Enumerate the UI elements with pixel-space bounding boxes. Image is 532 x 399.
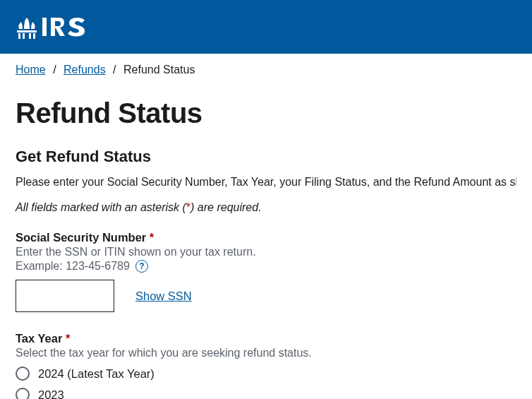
radio-label[interactable]: 2023 xyxy=(38,388,64,400)
svg-point-5 xyxy=(25,20,29,24)
breadcrumb-refunds[interactable]: Refunds xyxy=(64,64,106,76)
site-header xyxy=(0,0,532,54)
page-title: Refund Status xyxy=(16,97,516,129)
irs-eagle-icon xyxy=(16,15,38,39)
radio-icon[interactable] xyxy=(16,367,30,381)
required-note: All fields marked with an asterisk (*) a… xyxy=(16,201,516,214)
svg-rect-4 xyxy=(33,33,35,39)
irs-logo[interactable] xyxy=(16,15,89,39)
svg-rect-0 xyxy=(17,30,37,32)
tax-year-option[interactable]: 2024 (Latest Tax Year) xyxy=(16,367,516,381)
ssn-input[interactable] xyxy=(16,280,114,312)
main-content: Refund Status Get Refund Status Please e… xyxy=(0,97,532,399)
svg-rect-3 xyxy=(29,33,31,39)
help-icon[interactable]: ? xyxy=(135,260,148,273)
radio-label[interactable]: 2024 (Latest Tax Year) xyxy=(38,367,155,381)
tax-year-option[interactable]: 2023 xyxy=(16,388,516,399)
breadcrumb-sep: / xyxy=(53,64,56,76)
tax-year-field: Tax Year * Select the tax year for which… xyxy=(16,332,516,399)
show-ssn-link[interactable]: Show SSN xyxy=(135,290,192,303)
svg-rect-6 xyxy=(42,18,47,36)
breadcrumb-sep: / xyxy=(113,64,116,76)
irs-text-icon xyxy=(41,15,89,39)
breadcrumb-home[interactable]: Home xyxy=(16,64,46,76)
svg-rect-1 xyxy=(18,33,20,39)
intro-text: Please enter your Social Security Number… xyxy=(16,176,516,189)
required-asterisk: * xyxy=(66,332,70,345)
ssn-field: Social Security Number * Enter the SSN o… xyxy=(16,231,516,312)
radio-icon[interactable] xyxy=(16,388,30,399)
svg-rect-2 xyxy=(23,33,25,39)
breadcrumb-current: Refund Status xyxy=(123,64,195,76)
ssn-hint: Enter the SSN or ITIN shown on your tax … xyxy=(16,246,516,258)
tax-year-hint: Select the tax year for which you are se… xyxy=(16,347,516,359)
required-asterisk: * xyxy=(150,231,154,244)
page-subtitle: Get Refund Status xyxy=(16,148,516,166)
ssn-label: Social Security Number * xyxy=(16,231,516,244)
tax-year-label: Tax Year * xyxy=(16,332,516,345)
breadcrumb: Home / Refunds / Refund Status xyxy=(0,54,532,82)
ssn-example: Example: 123-45-6789 xyxy=(16,260,130,273)
